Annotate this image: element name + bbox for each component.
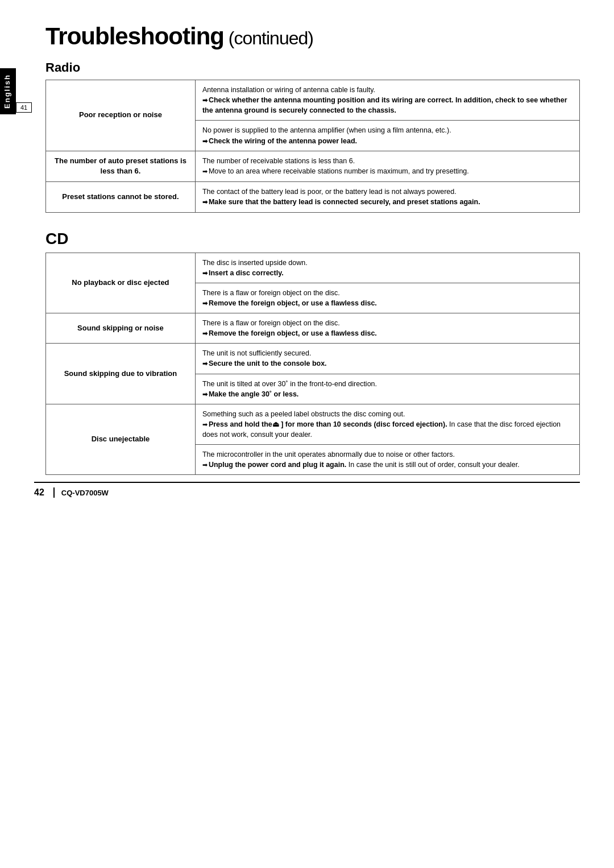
table-row: Disc unejectable Something such as a pee… [46,404,580,444]
solution-cell: The unit is not sufficiently secured. Se… [195,344,579,374]
solution-cell: The number of receivable stations is les… [195,151,579,182]
radio-table: Poor reception or noise Antenna installa… [45,80,580,213]
solution-cell: The microcontroller in the unit operates… [195,445,579,475]
solution-cell: Something such as a peeled label obstruc… [195,404,579,444]
solution-text: The microcontroller in the unit operates… [202,450,455,458]
table-row: Poor reception or noise Antenna installa… [46,80,580,121]
table-row: Sound skipping due to vibration The unit… [46,344,580,374]
problem-cell: Disc unejectable [46,404,196,475]
solution-text: The contact of the battery lead is poor,… [202,188,457,196]
cd-section-heading: CD [45,230,580,248]
solution-text: Antenna installation or wiring of antenn… [202,86,375,94]
main-title: Troubleshooting (continued) [45,23,580,50]
solution-arrow: Remove the foreign object, or use a flaw… [202,299,377,307]
problem-cell: Sound skipping or noise [46,313,196,344]
problem-cell: Preset stations cannot be stored. [46,182,196,212]
solution-cell: There is a flaw or foreign object on the… [195,283,579,313]
solution-arrow: Check the wiring of the antenna power le… [202,137,357,145]
radio-section-heading: Radio [45,60,580,75]
solution-arrow: Press and hold the⏏ ] for more than 10 s… [202,420,561,439]
cd-table: No playback or disc ejected The disc is … [45,253,580,476]
solution-text: The number of receivable stations is les… [202,157,355,165]
solution-text: The unit is tilted at over 30˚ in the fr… [202,380,377,388]
solution-arrow: Make sure that the battery lead is conne… [202,198,480,206]
footer-divider [53,487,55,498]
solution-arrow: Secure the unit to the console box. [202,359,327,367]
footer-model: CQ-VD7005W [61,489,109,497]
solution-cell: The disc is inserted upside down. Insert… [195,253,579,283]
solution-arrow: Remove the foreign object, or use a flaw… [202,329,377,337]
table-row: Sound skipping or noise There is a flaw … [46,313,580,344]
problem-cell: No playback or disc ejected [46,253,196,313]
solution-cell: There is a flaw or foreign object on the… [195,313,579,344]
solution-arrow: Make the angle 30˚ or less. [202,390,298,398]
solution-arrow: Unplug the power cord and plug it again.… [202,461,520,469]
table-row: Preset stations cannot be stored. The co… [46,182,580,212]
problem-cell: Sound skipping due to vibration [46,344,196,404]
solution-arrow: Check whether the antenna mounting posit… [202,96,567,114]
problem-cell: The number of auto preset stations is le… [46,151,196,182]
solution-cell: No power is supplied to the antenna ampl… [195,121,579,151]
page-wrapper: English 41 Troubleshooting (continued) R… [0,0,614,515]
solution-cell: The unit is tilted at over 30˚ in the fr… [195,374,579,404]
solution-arrow: Insert a disc correctly. [202,269,284,277]
solution-text: There is a flaw or foreign object on the… [202,289,340,297]
solution-text: Something such as a peeled label obstruc… [202,410,405,418]
solution-cell: The contact of the battery lead is poor,… [195,182,579,212]
problem-cell: Poor reception or noise [46,80,196,151]
table-row: No playback or disc ejected The disc is … [46,253,580,283]
solution-text: The disc is inserted upside down. [202,259,308,267]
solution-text: The unit is not sufficiently secured. [202,349,312,357]
title-bold: Troubleshooting [45,23,224,49]
solution-text: There is a flaw or foreign object on the… [202,319,340,327]
footer-page-number: 42 [34,487,44,498]
side-label: English [0,68,16,114]
footer: 42 CQ-VD7005W [34,482,580,498]
table-row: The number of auto preset stations is le… [46,151,580,182]
solution-cell: Antenna installation or wiring of antenn… [195,80,579,121]
page-number-box: 41 [16,102,32,113]
solution-text: No power is supplied to the antenna ampl… [202,126,451,134]
title-normal: (continued) [224,28,313,48]
solution-arrow: Move to an area where receivable station… [202,167,469,175]
